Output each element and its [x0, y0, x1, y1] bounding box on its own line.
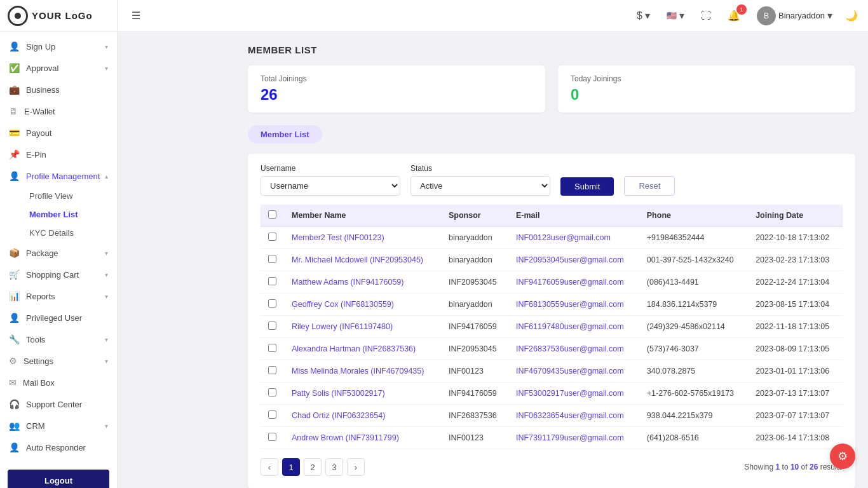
- row-joining-date: 2023-07-13 17:13:07: [748, 383, 843, 405]
- page-2-button[interactable]: 2: [304, 458, 322, 476]
- sidebar-item-settings[interactable]: ⚙ Settings ▾: [0, 350, 117, 372]
- chevron-down-icon: ▾: [105, 65, 108, 72]
- select-all-checkbox[interactable]: [268, 210, 276, 219]
- total-joinings-label: Total Joinings: [261, 74, 532, 83]
- sidebar-item-shopping-cart[interactable]: 🛒 Shopping Cart ▾: [0, 264, 117, 285]
- table-row: Chad Ortiz (INF06323654) INF26837536 INF…: [261, 405, 843, 427]
- row-email: INF00123user@gmail.com: [508, 227, 639, 249]
- row-checkbox-6[interactable]: [268, 366, 276, 374]
- row-joining-date: 2023-08-15 17:13:04: [748, 294, 843, 316]
- row-checkbox-8[interactable]: [268, 410, 276, 419]
- business-icon: 💼: [9, 85, 20, 95]
- sidebar-item-sign-up[interactable]: 👤 Sign Up ▾: [0, 36, 117, 57]
- row-checkbox-0[interactable]: [268, 233, 276, 241]
- sidebar-item-reports[interactable]: 📊 Reports ▾: [0, 285, 117, 307]
- email-link[interactable]: INF06323654user@gmail.com: [516, 411, 624, 420]
- row-phone: +1-276-602-5765x19173: [639, 383, 748, 405]
- notification-area: 🔔 1: [724, 7, 744, 24]
- today-joinings-card: Today Joinings 0: [558, 65, 855, 112]
- email-link[interactable]: INF26837536user@gmail.com: [516, 344, 624, 353]
- gear-icon: ⚙: [837, 449, 848, 463]
- row-checkbox-3[interactable]: [268, 299, 276, 308]
- logo-area: YOUR LoGo: [0, 0, 117, 32]
- member-name-link[interactable]: Matthew Adams (INF94176059): [292, 278, 403, 287]
- sidebar-item-privileged-user[interactable]: 👤 Privileged User: [0, 307, 117, 329]
- row-checkbox-7[interactable]: [268, 388, 276, 396]
- row-checkbox-4[interactable]: [268, 322, 276, 330]
- status-filter-select[interactable]: Active Inactive All: [410, 176, 550, 196]
- approval-icon: ✅: [9, 63, 20, 73]
- page-1-button[interactable]: 1: [282, 458, 300, 476]
- email-link[interactable]: INF53002917user@gmail.com: [516, 389, 624, 398]
- prev-page-button[interactable]: ‹: [261, 458, 278, 476]
- sidebar-item-crm[interactable]: 👥 CRM ▾: [0, 415, 117, 437]
- sidebar-item-e-pin[interactable]: 📌 E-Pin: [0, 144, 117, 165]
- row-checkbox-5[interactable]: [268, 344, 276, 352]
- row-member-name: Mr. Michael Mcdowell (INF20953045): [284, 249, 441, 271]
- sidebar-item-support-center[interactable]: 🎧 Support Center: [0, 393, 117, 415]
- member-list-tab[interactable]: Member List: [248, 125, 322, 144]
- sidebar-item-profile-view[interactable]: Profile View: [23, 187, 117, 205]
- email-link[interactable]: INF20953045user@gmail.com: [516, 255, 624, 264]
- row-sponsor: INF00123: [441, 360, 508, 383]
- sidebar-item-tools[interactable]: 🔧 Tools ▾: [0, 329, 117, 350]
- email-link[interactable]: INF73911799user@gmail.com: [516, 433, 624, 442]
- sidebar-item-kyc-details[interactable]: KYC Details: [23, 224, 117, 242]
- email-link[interactable]: INF94176059user@gmail.com: [516, 278, 624, 287]
- username-filter-input[interactable]: Username: [261, 176, 400, 196]
- email-link[interactable]: INF46709435user@gmail.com: [516, 367, 624, 376]
- member-name-link[interactable]: Member2 Test (INF00123): [292, 233, 384, 242]
- e-wallet-icon: 🖥: [9, 106, 18, 116]
- crm-icon: 👥: [9, 421, 20, 431]
- sidebar-item-e-wallet[interactable]: 🖥 E-Wallet: [0, 100, 117, 122]
- row-member-name: Andrew Brown (INF73911799): [284, 427, 441, 449]
- sidebar-item-business[interactable]: 💼 Business: [0, 79, 117, 100]
- row-checkbox-cell: [261, 249, 284, 271]
- row-email: INF26837536user@gmail.com: [508, 338, 639, 360]
- member-name-link[interactable]: Miss Melinda Morales (INF46709435): [292, 367, 424, 376]
- logout-button[interactable]: Logout: [8, 470, 109, 488]
- submit-button[interactable]: Submit: [560, 177, 614, 196]
- chevron-down-icon: ▾: [105, 358, 108, 365]
- language-selector[interactable]: 🇺🇸 ▾: [663, 7, 688, 24]
- notification-badge: 1: [736, 4, 747, 15]
- page-title: MEMBER LIST: [248, 44, 855, 55]
- sidebar-item-approval[interactable]: ✅ Approval ▾: [0, 57, 117, 79]
- member-name-link[interactable]: Mr. Michael Mcdowell (INF20953045): [292, 255, 423, 264]
- member-name-link[interactable]: Alexandra Hartman (INF26837536): [292, 344, 416, 353]
- sidebar-label-sign-up: Sign Up: [26, 42, 55, 51]
- row-checkbox-9[interactable]: [268, 433, 276, 441]
- sidebar-item-profile-management[interactable]: 👤 Profile Management ▴: [0, 165, 117, 187]
- notification-button[interactable]: 🔔 1: [724, 7, 744, 24]
- user-name: Binaryaddon: [778, 11, 825, 20]
- dark-mode-toggle[interactable]: 🌙: [845, 10, 858, 22]
- page-3-button[interactable]: 3: [325, 458, 343, 476]
- sidebar-item-package[interactable]: 📦 Package ▾: [0, 242, 117, 264]
- member-name-link[interactable]: Patty Solis (INF53002917): [292, 389, 385, 398]
- member-name-link[interactable]: Andrew Brown (INF73911799): [292, 433, 399, 442]
- email-link[interactable]: INF61197480user@gmail.com: [516, 322, 624, 331]
- total-joinings-value: 26: [261, 86, 532, 104]
- row-checkbox-1[interactable]: [268, 255, 276, 263]
- member-name-link[interactable]: Geoffrey Cox (INF68130559): [292, 300, 394, 309]
- email-link[interactable]: INF00123user@gmail.com: [516, 233, 611, 242]
- sidebar-item-auto-responder[interactable]: 👤 Auto Responder: [0, 437, 117, 458]
- currency-selector[interactable]: $ ▾: [633, 7, 654, 24]
- settings-fab[interactable]: ⚙: [830, 444, 855, 469]
- next-page-button[interactable]: ›: [347, 458, 365, 476]
- sidebar-item-payout[interactable]: 💳 Payout: [0, 122, 117, 144]
- row-joining-date: 2023-01-01 17:13:06: [748, 360, 843, 383]
- user-menu-button[interactable]: B Binaryaddon ▾: [753, 4, 836, 28]
- member-name-link[interactable]: Chad Ortiz (INF06323654): [292, 411, 385, 420]
- reset-button[interactable]: Reset: [624, 176, 675, 196]
- row-phone: (641)208-6516: [639, 427, 748, 449]
- sidebar-label-e-pin: E-Pin: [26, 150, 46, 159]
- member-name-link[interactable]: Riley Lowery (INF61197480): [292, 322, 393, 331]
- row-checkbox-2[interactable]: [268, 277, 276, 285]
- sidebar-item-member-list[interactable]: Member List: [23, 205, 117, 224]
- hamburger-menu-button[interactable]: ☰: [128, 7, 144, 24]
- row-email: INF53002917user@gmail.com: [508, 383, 639, 405]
- sidebar-item-mail-box[interactable]: ✉ Mail Box: [0, 372, 117, 393]
- email-link[interactable]: INF68130559user@gmail.com: [516, 300, 624, 309]
- fullscreen-button[interactable]: ⛶: [697, 8, 715, 24]
